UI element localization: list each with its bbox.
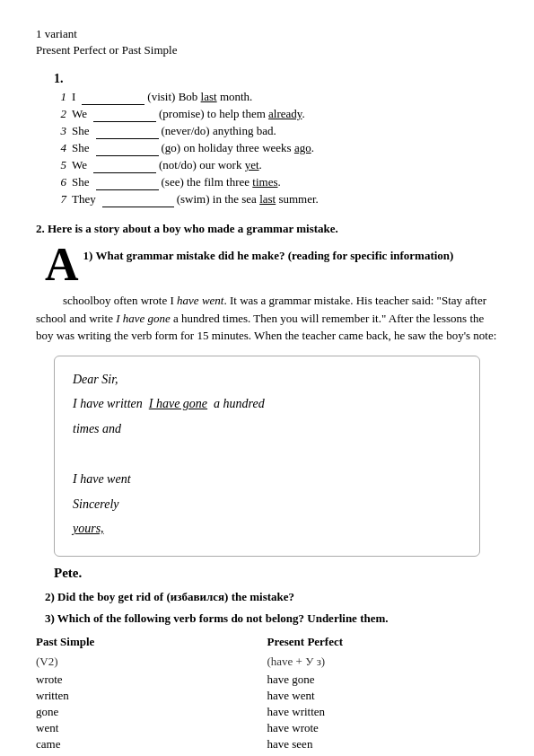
present-perfect-title: Present Perfect — [267, 635, 499, 649]
present-perfect-subtitle: (have + У з) — [267, 655, 499, 669]
list-item: have went — [267, 689, 499, 703]
list-item: have wrote — [267, 721, 499, 735]
note-line-4 — [73, 444, 461, 465]
table-row: 6 She (see) the film three times. — [54, 175, 498, 190]
row-num: 1 — [54, 90, 66, 104]
list-item: have seen — [267, 737, 499, 752]
blank[interactable] — [82, 90, 144, 105]
section-2-title: 2. Here is a story about a boy who made … — [36, 222, 498, 236]
blank[interactable] — [96, 175, 159, 190]
drop-cap: A — [45, 245, 79, 285]
blank[interactable] — [93, 107, 156, 122]
list-item: gone — [36, 705, 267, 719]
question-3: 3) Which of the following verb forms do … — [45, 611, 498, 626]
row-num: 5 — [54, 158, 66, 172]
table-row: 2 We (promise) to help them already. — [54, 107, 498, 122]
past-simple-col: Past Simple (V2) wrote written gone went… — [36, 635, 267, 756]
note-line-2: I have written I have gone a hundred — [73, 393, 461, 415]
blank[interactable] — [102, 192, 174, 207]
table-row: 1 I (visit) Bob last month. — [54, 90, 498, 105]
table-row: 3 She (never/do) anything bad. — [54, 124, 498, 139]
section-1-num: 1. — [54, 72, 498, 86]
list-item: have gone — [267, 672, 499, 687]
blank[interactable] — [96, 124, 159, 139]
blank[interactable] — [93, 158, 156, 173]
row-num: 4 — [54, 141, 66, 155]
variant-title: 1 variant — [36, 27, 498, 41]
story-text: schoolboy often wrote I have went. It wa… — [36, 292, 498, 345]
verb-section: Past Simple (V2) wrote written gone went… — [36, 635, 498, 756]
pete-signature: Pete. — [54, 566, 498, 581]
note-line-3: times and — [73, 418, 461, 440]
row-num: 6 — [54, 175, 66, 189]
list-item: came — [36, 737, 267, 752]
section-1: 1. 1 I (visit) Bob last month. 2 We (pro… — [36, 72, 498, 207]
header: 1 variant Present Perfect or Past Simple — [36, 27, 498, 57]
list-item: wrote — [36, 672, 267, 687]
exercise-rows: 1 I (visit) Bob last month. 2 We (promis… — [36, 90, 498, 207]
subtitle: Present Perfect or Past Simple — [36, 43, 498, 57]
question-2: 2) Did the boy get rid of (избавился) th… — [45, 590, 498, 604]
list-item: have written — [267, 705, 499, 719]
section-2: 2. Here is a story about a boy who made … — [36, 222, 498, 756]
note-line-7: yours, — [73, 518, 461, 540]
note-line-6: Sincerely — [73, 494, 461, 515]
row-num: 3 — [54, 124, 66, 138]
list-item: went — [36, 721, 267, 735]
row-num: 2 — [54, 107, 66, 121]
table-row: 7 They (swim) in the sea last summer. — [54, 192, 498, 207]
note-box: Dear Sir, I have written I have gone a h… — [54, 356, 480, 558]
table-row: 4 She (go) on holiday three weeks ago. — [54, 141, 498, 156]
table-row: 5 We (not/do) our work yet. — [54, 158, 498, 173]
note-line-5: I have went — [73, 469, 461, 490]
list-item: written — [36, 689, 267, 703]
row-num: 7 — [54, 192, 66, 207]
past-simple-subtitle: (V2) — [36, 655, 267, 669]
blank[interactable] — [96, 141, 159, 156]
note-line-1: Dear Sir, — [73, 369, 461, 391]
past-simple-title: Past Simple — [36, 635, 267, 649]
present-perfect-col: Present Perfect (have + У з) have gone h… — [267, 635, 499, 756]
drop-cap-question: 1) What grammar mistake did he make? (re… — [83, 245, 454, 263]
